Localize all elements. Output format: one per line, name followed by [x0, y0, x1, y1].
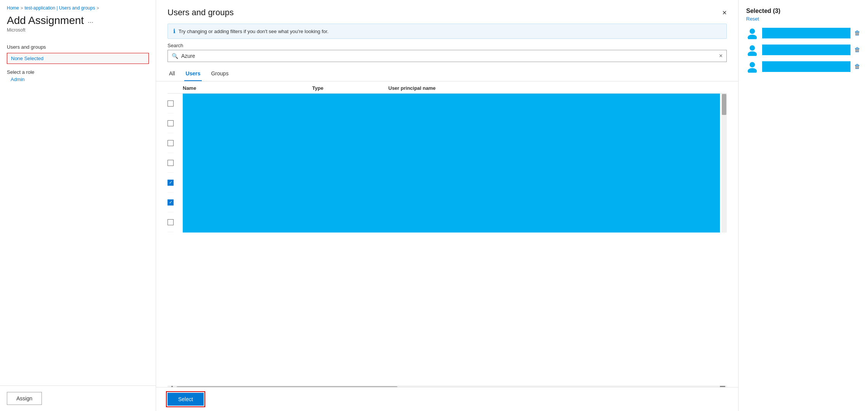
- table-row: [168, 212, 174, 232]
- search-input[interactable]: [181, 53, 716, 59]
- info-icon: ℹ: [173, 28, 176, 35]
- table-row: [168, 153, 174, 173]
- clear-search-icon[interactable]: ×: [719, 53, 723, 59]
- row-checkbox-1[interactable]: [168, 100, 174, 107]
- h-scroll-left-arrow: ◀: [171, 386, 173, 387]
- selected-name-redacted-1: [762, 28, 850, 38]
- table-row: [168, 94, 174, 113]
- row-checkbox-2[interactable]: [168, 120, 174, 126]
- breadcrumb-sep1: >: [21, 6, 23, 10]
- col-name: Name: [183, 85, 312, 91]
- breadcrumb: Home > test-application | Users and grou…: [0, 0, 156, 13]
- svg-point-1: [748, 35, 757, 39]
- panel-title: Users and groups: [168, 8, 234, 18]
- info-text: Try changing or adding filters if you do…: [179, 29, 329, 34]
- delete-button-1[interactable]: 🗑: [854, 30, 860, 37]
- selected-item-2: 🗑: [746, 44, 860, 56]
- vertical-scrollbar[interactable]: [721, 94, 727, 233]
- table-row: [168, 173, 174, 193]
- search-section: Search 🔍 ×: [156, 43, 738, 66]
- row-checkbox-6[interactable]: [168, 199, 174, 206]
- assign-button[interactable]: Assign: [7, 392, 42, 405]
- ellipsis-menu[interactable]: ...: [88, 17, 93, 25]
- avatar-1: [746, 27, 758, 39]
- info-bar: ℹ Try changing or adding filters if you …: [168, 24, 727, 39]
- selected-name-redacted-3: [762, 61, 850, 72]
- selected-count-header: Selected (3): [746, 8, 860, 14]
- row-checkbox-4[interactable]: [168, 160, 174, 166]
- h-scroll-right-arrow: ▶: [720, 386, 725, 387]
- col-upn: User principal name: [388, 85, 727, 91]
- h-scroll-thumb[interactable]: [177, 386, 397, 387]
- breadcrumb-home[interactable]: Home: [7, 5, 19, 11]
- svg-point-0: [750, 29, 755, 34]
- table-area: Name Type User principal name: [156, 81, 738, 387]
- breadcrumb-sep2: >: [97, 6, 99, 10]
- search-icon: 🔍: [172, 53, 178, 59]
- table-header: Name Type User principal name: [168, 81, 727, 94]
- search-box: 🔍 ×: [168, 50, 727, 62]
- add-assignment-label: Add Assignment: [7, 14, 84, 27]
- svg-point-5: [748, 68, 757, 73]
- microsoft-label: Microsoft: [0, 27, 156, 40]
- svg-point-4: [750, 62, 755, 67]
- svg-point-2: [750, 45, 755, 51]
- col-type: Type: [312, 85, 388, 91]
- selected-name-redacted-2: [762, 45, 850, 55]
- users-groups-section-label: Users and groups: [0, 40, 156, 51]
- row-checkbox-5[interactable]: [168, 180, 174, 186]
- admin-role-link[interactable]: Admin: [0, 76, 156, 83]
- right-panel: Selected (3) Reset 🗑 🗑 🗑: [739, 0, 868, 411]
- svg-point-3: [748, 51, 757, 56]
- redacted-data-block: [183, 94, 720, 233]
- tabs-bar: All Users Groups: [156, 66, 738, 81]
- avatar-2: [746, 44, 758, 56]
- table-row: [168, 193, 174, 212]
- tab-users[interactable]: Users: [184, 68, 202, 81]
- delete-button-2[interactable]: 🗑: [854, 46, 860, 53]
- row-checkbox-3[interactable]: [168, 140, 174, 146]
- avatar-3: [746, 61, 758, 73]
- tab-all[interactable]: All: [168, 68, 177, 81]
- select-button[interactable]: Select: [168, 393, 204, 406]
- selected-item-1: 🗑: [746, 27, 860, 39]
- close-button[interactable]: ×: [722, 9, 727, 16]
- none-selected-box[interactable]: None Selected: [7, 53, 149, 64]
- delete-button-3[interactable]: 🗑: [854, 63, 860, 70]
- v-scroll-thumb[interactable]: [722, 94, 726, 115]
- table-row: [168, 133, 174, 153]
- tab-groups[interactable]: Groups: [209, 68, 230, 81]
- bottom-bar: Select: [156, 387, 738, 411]
- reset-link[interactable]: Reset: [746, 16, 860, 22]
- left-panel: Home > test-application | Users and grou…: [0, 0, 156, 411]
- selected-item-3: 🗑: [746, 61, 860, 73]
- horizontal-scrollbar[interactable]: ◀ ▶: [168, 386, 727, 387]
- main-panel: Users and groups × ℹ Try changing or add…: [156, 0, 739, 411]
- table-row: [168, 113, 174, 133]
- panel-header: Users and groups ×: [156, 0, 738, 21]
- breadcrumb-app[interactable]: test-application | Users and groups: [24, 5, 95, 11]
- select-role-label: Select a role: [0, 68, 156, 76]
- search-label: Search: [168, 43, 727, 48]
- row-checkbox-7[interactable]: [168, 219, 174, 225]
- left-footer: Assign: [0, 386, 156, 411]
- page-title: Add Assignment ...: [0, 13, 156, 27]
